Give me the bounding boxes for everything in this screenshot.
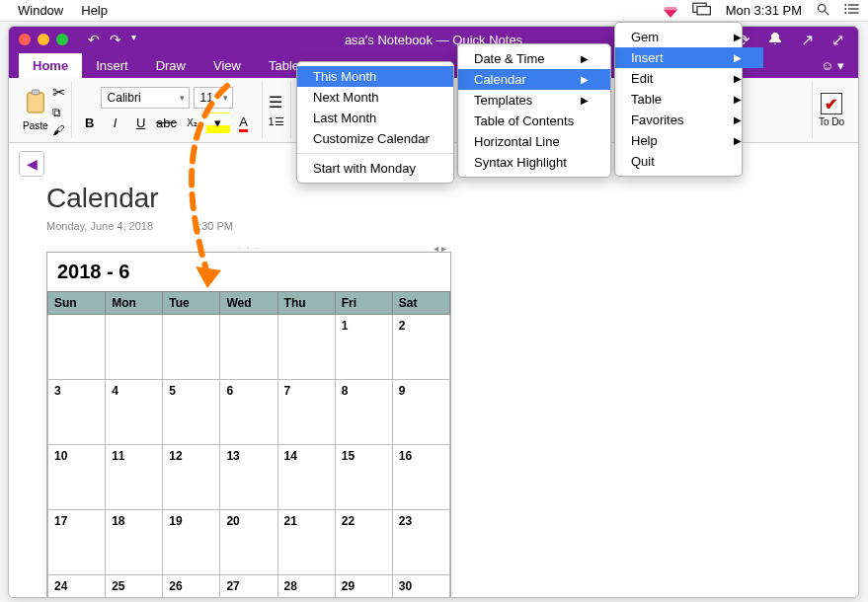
cal-cell[interactable]: 5: [163, 380, 220, 445]
cal-cell[interactable]: [220, 315, 277, 380]
menu-list-icon[interactable]: [844, 2, 860, 19]
cal-cell[interactable]: 2: [392, 315, 449, 380]
cal-cell[interactable]: 24: [48, 575, 106, 599]
cal-cell[interactable]: 14: [277, 445, 335, 510]
cal-cell[interactable]: [106, 315, 163, 380]
start-with-monday-item[interactable]: Start with Monday: [297, 158, 453, 179]
bullet-list-icon[interactable]: ☰: [269, 93, 284, 112]
italic-button[interactable]: I: [104, 113, 127, 134]
insert-submenu-item[interactable]: Horizontal Line: [458, 131, 610, 152]
tab-view[interactable]: View: [199, 53, 255, 78]
cal-cell[interactable]: 1: [335, 315, 392, 380]
calendar-submenu-item[interactable]: Customize Calendar: [297, 128, 453, 149]
cal-cell[interactable]: [163, 315, 220, 380]
cal-cell[interactable]: 12: [163, 445, 220, 510]
gem-menu-item[interactable]: Quit: [615, 151, 763, 172]
cal-cell[interactable]: 19: [163, 510, 220, 575]
cal-cell[interactable]: 8: [335, 380, 392, 445]
strike-button[interactable]: abc: [155, 113, 179, 134]
cal-cell[interactable]: 16: [392, 445, 449, 510]
svg-point-4: [819, 4, 827, 12]
gem-menu-item[interactable]: Help▶: [615, 130, 763, 151]
calendar-submenu-item[interactable]: This Month: [297, 66, 453, 87]
cal-cell[interactable]: 17: [48, 510, 106, 575]
calendar-container[interactable]: · · · ◂ ▸ 2018 - 6 SunMonTueWedThuFriSat…: [46, 252, 451, 598]
container-nav[interactable]: ◂ ▸: [434, 243, 446, 254]
cal-day-header: Thu: [277, 292, 335, 315]
tab-home[interactable]: Home: [19, 53, 82, 78]
cal-cell[interactable]: 23: [392, 510, 449, 575]
back-button[interactable]: ◀: [19, 151, 44, 177]
cal-cell[interactable]: 21: [277, 510, 335, 575]
calendar-submenu-item[interactable]: Last Month: [297, 108, 453, 128]
gem-menubar-icon[interactable]: [663, 3, 678, 19]
cal-cell[interactable]: 6: [220, 380, 277, 445]
cal-cell[interactable]: 10: [48, 445, 106, 510]
cal-cell[interactable]: 30: [392, 575, 449, 599]
cal-cell[interactable]: 13: [220, 445, 277, 510]
insert-submenu-item[interactable]: Syntax Highlight: [458, 152, 610, 173]
cal-cell[interactable]: 22: [335, 510, 392, 575]
zoom-window-button[interactable]: [56, 34, 68, 45]
svg-point-11: [844, 12, 846, 14]
menu-help[interactable]: Help: [81, 3, 108, 18]
format-painter-icon[interactable]: 🖌: [52, 123, 65, 137]
cal-cell[interactable]: 28: [277, 575, 335, 599]
cal-cell[interactable]: 3: [48, 380, 106, 445]
container-handle[interactable]: · · ·: [238, 243, 261, 253]
redo-button[interactable]: ↷: [110, 32, 121, 47]
font-size-select[interactable]: 11: [194, 87, 233, 109]
font-color-button[interactable]: A: [232, 113, 256, 134]
gem-menu-item[interactable]: Table▶: [615, 89, 763, 110]
underline-button[interactable]: U: [129, 113, 153, 134]
number-list-icon[interactable]: 1☰: [269, 115, 284, 128]
insert-submenu-item[interactable]: Calendar▶: [458, 69, 610, 90]
gem-menu-item[interactable]: Edit▶: [615, 68, 763, 89]
cal-cell[interactable]: 7: [277, 380, 335, 445]
subscript-button[interactable]: X₂: [181, 113, 204, 134]
close-window-button[interactable]: [19, 34, 31, 45]
screen-mirror-icon[interactable]: [692, 2, 712, 19]
gem-menu-item[interactable]: Insert▶: [615, 47, 763, 68]
bold-button[interactable]: B: [78, 113, 102, 134]
bell-icon[interactable]: 🔔︎: [767, 31, 783, 49]
menu-window[interactable]: Window: [18, 3, 63, 18]
cal-cell[interactable]: 26: [163, 575, 220, 599]
svg-marker-1: [664, 7, 676, 10]
cal-cell[interactable]: 9: [392, 380, 449, 445]
tab-insert[interactable]: Insert: [82, 53, 142, 78]
cal-cell[interactable]: 18: [106, 510, 163, 575]
insert-submenu-item[interactable]: Table of Contents: [458, 111, 610, 131]
cal-cell[interactable]: 4: [106, 380, 163, 445]
calendar-submenu-item[interactable]: Next Month: [297, 87, 453, 108]
font-name-select[interactable]: Calibri: [101, 87, 190, 109]
qat-customize[interactable]: ▾: [131, 32, 136, 47]
minimize-window-button[interactable]: [38, 34, 49, 45]
smile-feedback-icon[interactable]: ☺ ▾: [807, 53, 858, 78]
cal-cell[interactable]: [48, 315, 106, 380]
cut-icon[interactable]: ✂: [52, 83, 65, 102]
gem-menu-item[interactable]: Favorites▶: [615, 110, 763, 130]
gem-menu-item[interactable]: Gem▶: [615, 27, 763, 47]
cal-cell[interactable]: 11: [106, 445, 163, 510]
cal-cell[interactable]: 15: [335, 445, 392, 510]
cal-cell[interactable]: 27: [220, 575, 277, 599]
spotlight-icon[interactable]: [816, 2, 830, 20]
highlight-button[interactable]: ▾: [206, 113, 230, 134]
cal-cell[interactable]: [277, 315, 335, 380]
tab-draw[interactable]: Draw: [142, 53, 199, 78]
cal-cell[interactable]: 25: [106, 575, 163, 599]
page-title[interactable]: Calendar: [46, 183, 848, 214]
page-date: Monday, June 4, 2018: [46, 220, 153, 232]
page-area: ◀ Calendar Monday, June 4, 2018 3:30 PM …: [9, 143, 858, 597]
insert-submenu-item[interactable]: Templates▶: [458, 90, 610, 111]
paste-button[interactable]: [23, 89, 48, 118]
cal-cell[interactable]: 20: [220, 510, 277, 575]
copy-icon[interactable]: ⧉: [52, 106, 65, 119]
fullscreen-icon[interactable]: ⤢: [831, 31, 844, 49]
insert-submenu-item[interactable]: Date & Time▶: [458, 48, 610, 69]
cal-cell[interactable]: 29: [335, 575, 392, 599]
undo-button[interactable]: ↶: [88, 32, 100, 47]
share-icon[interactable]: ↗: [801, 31, 814, 49]
todo-tag-button[interactable]: ✔: [821, 93, 842, 114]
